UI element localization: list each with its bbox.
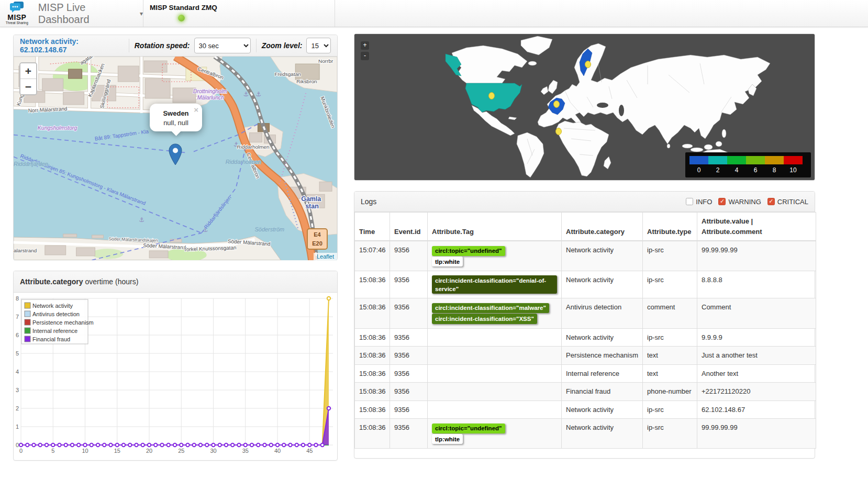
data-point[interactable] [263,443,266,447]
log-row[interactable]: 15:08:369356Network activityip-src62.102… [355,400,816,419]
zoom-in-button[interactable]: + [361,41,369,50]
log-row[interactable]: 15:08:369356Network activityip-src9.9.9.… [355,328,816,347]
dashboard-menu[interactable]: MISP Live Dashboard ▾ [38,2,143,26]
data-point[interactable] [154,443,157,447]
data-point[interactable] [327,297,330,300]
misp-brand[interactable]: MISP Threat Sharing MISP Live Dashboard … [0,0,143,27]
attribute-tag[interactable]: circl:topic="undefined" [432,424,505,433]
data-point[interactable] [205,443,208,447]
data-point[interactable] [71,443,74,447]
data-point[interactable] [45,443,48,447]
event-marker-france[interactable] [554,101,560,108]
col-attribute-tag[interactable]: Attribute.Tag [428,213,562,241]
zoom-level-select[interactable]: 15 [306,38,331,53]
data-point[interactable] [199,443,202,447]
data-point[interactable] [32,443,35,447]
checkbox-warning[interactable] [718,198,726,205]
data-point[interactable] [167,443,170,447]
data-point[interactable] [135,443,138,447]
data-point[interactable] [257,443,260,447]
data-point[interactable] [141,443,144,447]
popup-close-icon[interactable]: × [194,106,198,114]
data-point[interactable] [19,443,23,447]
col-event-id[interactable]: Event.id [390,213,428,241]
data-point[interactable] [128,443,131,447]
data-point[interactable] [321,443,324,447]
checkbox-info[interactable] [686,198,693,205]
data-point[interactable] [26,443,29,447]
data-point[interactable] [83,443,86,447]
map-marker-pin[interactable] [169,143,182,168]
attribute-tag[interactable]: tlp:white [432,434,463,444]
zoom-in-button[interactable]: + [20,63,36,79]
data-point[interactable] [282,443,285,447]
filter-info[interactable]: INFO [686,198,712,206]
attribute-tag[interactable]: circl:incident-classification="malware" [432,303,549,313]
log-type: text [643,347,697,365]
attribute-tag[interactable]: circl:incident-classification="XSS" [432,314,537,324]
data-point[interactable] [270,443,273,447]
rotation-speed-select[interactable]: 30 sec [194,38,251,53]
log-row[interactable]: 15:08:369356Financial fraudphone-number+… [355,383,816,401]
log-row[interactable]: 15:08:369356Persistence mechanismtextJus… [355,347,816,365]
data-point[interactable] [77,443,80,447]
leaflet-attribution[interactable]: Leaflet [314,253,337,260]
data-point[interactable] [302,443,305,447]
log-tags [428,400,562,419]
data-point[interactable] [103,443,106,447]
data-point[interactable] [90,443,93,447]
filter-warning[interactable]: WARNING [718,198,761,206]
data-point[interactable] [173,443,176,447]
col-attribute-value[interactable]: Attribute.value | Attribute.comment [697,213,816,241]
col-attribute-type[interactable]: Attribute.type [643,213,697,241]
data-point[interactable] [116,443,119,447]
data-point[interactable] [231,443,234,447]
log-row[interactable]: 15:08:369356circl:incident-classificatio… [355,298,816,328]
data-point[interactable] [218,443,221,447]
event-marker-sweden[interactable] [585,61,591,68]
col-time[interactable]: Time [355,213,390,241]
event-marker-senegal[interactable] [556,128,562,135]
zoom-out-button[interactable]: − [20,79,36,94]
attribute-tag[interactable]: circl:topic="undefined" [432,246,505,256]
data-point[interactable] [276,443,279,447]
attribute-tag[interactable]: circl:incident-classification="denial-of… [432,275,557,294]
log-row[interactable]: 15:07:469356circl:topic="undefined"tlp:w… [355,241,816,271]
data-point[interactable] [96,443,99,447]
log-row[interactable]: 15:08:369356circl:incident-classificatio… [355,271,816,298]
data-point[interactable] [295,443,298,447]
data-point[interactable] [186,443,189,447]
event-marker-united-states[interactable] [489,93,495,99]
data-point[interactable] [109,443,112,447]
data-point[interactable] [237,443,240,447]
log-row[interactable]: 15:08:369356Internal referencetextAnothe… [355,364,816,383]
zoom-out-button[interactable]: - [361,52,369,60]
data-point[interactable] [51,443,54,447]
leaflet-map[interactable]: ⚓⚓⚓⚓⚓ agatanKaplansbackenSkillinggrändKu… [14,57,337,260]
world-map[interactable]: 0246810 + - [354,34,815,180]
zmq-status-tab[interactable]: MISP Standard ZMQ [143,0,335,27]
data-point[interactable] [160,443,163,447]
data-point[interactable] [288,443,292,447]
data-point[interactable] [212,443,215,447]
data-point[interactable] [58,443,61,447]
data-point[interactable] [122,443,125,447]
data-point[interactable] [64,443,68,447]
data-point[interactable] [193,443,196,447]
checkbox-critical[interactable] [767,198,775,205]
attribute-tag[interactable]: tlp:white [432,257,463,266]
col-attribute-category[interactable]: Attribute.category [562,213,643,241]
data-point[interactable] [250,443,253,447]
data-point[interactable] [225,443,228,447]
data-point[interactable] [148,443,151,447]
data-point[interactable] [308,443,311,447]
log-row[interactable]: 15:08:369356circl:topic="undefined"tlp:w… [355,419,816,449]
overtime-chart[interactable]: 012345678051015202530354045Network activ… [14,293,337,461]
data-point[interactable] [327,407,330,410]
world-map-canvas[interactable]: 0246810 [354,34,815,180]
filter-critical[interactable]: CRITICAL [767,198,808,206]
data-point[interactable] [39,443,42,447]
data-point[interactable] [244,443,247,447]
data-point[interactable] [314,443,317,447]
data-point[interactable] [180,443,183,447]
